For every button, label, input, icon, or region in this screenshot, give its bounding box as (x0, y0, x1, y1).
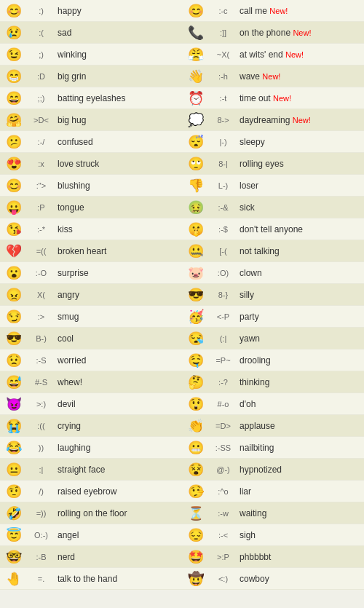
new-badge: New! (262, 72, 280, 81)
emoji-code: ;;) (25, 94, 58, 103)
emoji-code: :-* (25, 225, 58, 234)
list-item: 😎8-}silly (182, 284, 364, 306)
list-item: 😊:-ccall me New! (182, 0, 364, 22)
emoji-icon: 🥳 (185, 309, 207, 325)
new-badge: New! (293, 116, 311, 125)
emoji-code: :-/ (25, 138, 58, 146)
emoji-code: :> (25, 312, 58, 321)
emoji-label: happy (58, 6, 179, 16)
emoji-code: 8-> (207, 116, 240, 125)
list-item: 🤔:-?thinking (182, 371, 364, 393)
emoji-label: big hug (58, 115, 179, 125)
emoji-code: :-$ (207, 225, 240, 234)
emoji-icon: 😇 (3, 527, 25, 543)
emoji-label: sad (58, 28, 179, 38)
emoji-label: daydreaming New! (240, 115, 361, 125)
list-item: 👎L-)loser (182, 175, 364, 197)
emoji-icon: 👏 (185, 418, 207, 434)
emoji-icon: ⏳ (185, 505, 207, 521)
emoji-icon: 😭 (3, 418, 25, 434)
emoji-code: :-O (25, 269, 58, 277)
emoji-icon: 😕 (3, 134, 25, 150)
emoji-icon: 📞 (185, 25, 207, 41)
list-item: 🤩>:Pphbbbbt (182, 546, 364, 568)
emoji-code: B-) (25, 334, 58, 343)
emoji-icon: 🤢 (185, 200, 207, 216)
list-item: 🤫:-$don't tell anyone (182, 218, 364, 240)
emoji-label: raised eyebrow (58, 486, 179, 497)
emoji-icon: 😎 (185, 287, 207, 303)
emoji-code: :) (25, 7, 58, 15)
list-item: 😔:-<sigh (182, 524, 364, 546)
emoji-code: :| (25, 465, 58, 474)
list-item: 😤~X(at wits' end New! (182, 44, 364, 66)
emoji-label: on the phone New! (240, 28, 361, 38)
list-item: 😇O:-)angel (0, 524, 182, 546)
emoji-icon: 😛 (3, 200, 25, 216)
emoji-code: >:) (25, 400, 58, 408)
emoji-icon: 🤓 (3, 549, 25, 565)
list-item: 🐷:O)clown (182, 262, 364, 284)
emoji-label: nerd (58, 552, 179, 562)
emoji-icon: 🤥 (185, 483, 207, 500)
list-item: 👏=D>applause (182, 415, 364, 437)
emoji-icon: 😬 (185, 440, 207, 456)
right-column: 😊:-ccall me New!📞:]]on the phone New!😤~X… (182, 0, 364, 590)
new-badge: New! (273, 94, 291, 103)
emoji-icon: 💔 (3, 243, 25, 259)
emoji-icon: 😐 (3, 462, 25, 478)
emoji-label: talk to the hand (58, 574, 179, 584)
emoji-label: rolling on the floor (58, 508, 179, 518)
emoji-label: kiss (58, 224, 179, 234)
list-item: 🙄8-|rolling eyes (182, 153, 364, 175)
emoji-code: :-? (207, 378, 240, 387)
emoji-icon: 😘 (3, 221, 25, 237)
emoji-code: /) (25, 487, 58, 496)
emoji-code: @-) (207, 465, 240, 474)
emoji-label: yawn (240, 333, 361, 344)
emoji-icon: 😤 (185, 47, 207, 63)
list-item: ⏰:-ttime out New! (182, 87, 364, 109)
emoji-label: don't tell anyone (240, 224, 361, 234)
list-item: 😊:)happy (0, 0, 182, 22)
emoji-code: :-c (207, 7, 240, 15)
list-item: 😂))laughing (0, 437, 182, 459)
emoji-label: nailbiting (240, 443, 361, 453)
emoji-icon: 😪 (185, 331, 207, 347)
list-item: 🤥:^oliar (182, 481, 364, 502)
emoji-code: )) (25, 443, 58, 452)
list-item: 🥳<-Pparty (182, 306, 364, 328)
emoji-label: liar (240, 486, 361, 497)
emoji-icon: 🤩 (185, 549, 207, 565)
emoji-label: devil (58, 399, 179, 409)
emoji-icon: 👋 (185, 68, 207, 84)
emoji-icon: 🤔 (185, 374, 207, 390)
list-item: 😵@-)hypnotized (182, 459, 364, 481)
emoji-code: X( (25, 291, 58, 299)
emoji-label: smug (58, 312, 179, 322)
list-item: 😊:">blushing (0, 175, 182, 197)
emoji-code: :P (25, 203, 58, 212)
emoji-code: :D (25, 72, 58, 81)
emoji-code: :-B (25, 553, 58, 561)
list-item: 😏:>smug (0, 306, 182, 328)
emoji-icon: 😈 (3, 396, 25, 412)
list-item: 💔=((broken heart (0, 240, 182, 262)
emoji-icon: 💭 (185, 112, 207, 128)
emoji-label: hypnotized (240, 465, 361, 475)
emoji-label: at wits' end New! (240, 50, 361, 60)
emoji-icon: 👎 (185, 178, 207, 194)
list-item: 😟:-Sworried (0, 350, 182, 371)
list-item: 🤨/)raised eyebrow (0, 481, 182, 502)
emoji-label: crying (58, 421, 179, 431)
emoji-icon: 😊 (3, 3, 25, 19)
list-item: 😐:|straight face (0, 459, 182, 481)
list-item: 😪(:|yawn (182, 328, 364, 350)
emoji-label: not talking (240, 246, 361, 256)
list-item: 😭:((crying (0, 415, 182, 437)
emoji-icon: 🤗 (3, 112, 25, 128)
emoji-code: :x (25, 159, 58, 168)
list-item: 🤣=))rolling on the floor (0, 502, 182, 524)
emoji-code: ;) (25, 50, 58, 59)
emoji-label: blushing (58, 181, 179, 191)
